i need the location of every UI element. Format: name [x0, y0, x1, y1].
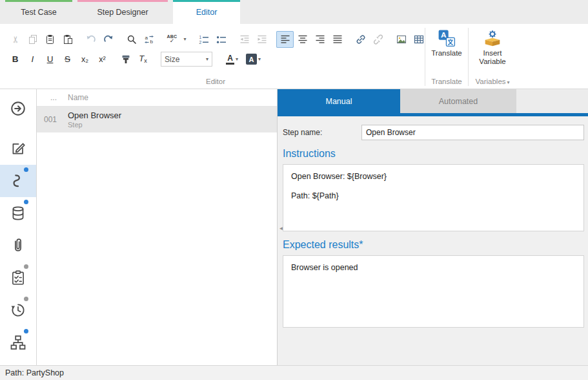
instructions-editor[interactable]: Open Browser: ${Browser} Path: ${Path}	[283, 164, 584, 231]
redo-icon	[103, 34, 114, 45]
bullet-list-button[interactable]	[212, 31, 230, 48]
chevron-down-icon: ▾	[236, 57, 238, 62]
collapse-panel-handle[interactable]: ◄	[278, 222, 285, 235]
tab-test-case[interactable]: Test Case	[5, 0, 72, 24]
search-button[interactable]	[123, 31, 140, 48]
sidebar-item-data[interactable]	[0, 197, 36, 229]
align-center-button[interactable]	[294, 31, 311, 48]
insert-variable-icon	[483, 29, 502, 47]
expected-results-line: Browser is opened	[291, 263, 576, 272]
history-icon	[10, 302, 26, 319]
bullet-list-icon	[216, 34, 227, 45]
sidebar-item-steps[interactable]	[0, 165, 36, 197]
sidebar-item-edit[interactable]	[0, 132, 36, 165]
increase-indent-icon	[257, 34, 267, 45]
spellcheck-icon: ABC ✓	[167, 34, 177, 44]
app-window: Test Case Step Designer Editor ✂	[0, 0, 588, 380]
status-path-text: Path: PartyShop	[5, 368, 64, 377]
expected-results-editor[interactable]: Browser is opened	[283, 255, 584, 328]
insert-variable-button[interactable]: Insert Variable	[479, 29, 505, 66]
highlight-color-button[interactable]: A ▾	[243, 51, 264, 68]
tab-editor-label: Editor	[196, 8, 218, 17]
tab-editor[interactable]: Editor	[173, 0, 240, 24]
strikethrough-button[interactable]: S	[59, 51, 76, 68]
svg-text:2: 2	[199, 39, 201, 44]
paperclip-icon	[10, 237, 26, 254]
ribbon-group-label-variables[interactable]: Variables▾	[475, 78, 509, 89]
paste-button[interactable]	[41, 31, 59, 48]
undo-button[interactable]	[82, 31, 99, 48]
spellcheck-dropdown[interactable]: ▾	[181, 31, 189, 48]
font-size-select[interactable]: Size ▾	[161, 52, 212, 67]
redo-button[interactable]	[99, 31, 117, 48]
step-detail-panel: Manual Automated Step name: Instructions…	[278, 89, 588, 365]
steps-list-header: ... Name	[37, 89, 277, 107]
justify-button[interactable]	[329, 31, 346, 48]
cut-button[interactable]: ✂	[6, 31, 24, 48]
clear-formatting-button[interactable]: Tx	[134, 51, 152, 68]
translate-button-label: Translate	[431, 49, 462, 58]
editor-ribbon: ✂	[0, 24, 588, 89]
align-left-icon	[280, 34, 290, 45]
svg-text:A: A	[441, 30, 447, 39]
italic-button[interactable]: I	[24, 51, 41, 68]
increase-indent-button[interactable]	[253, 31, 270, 48]
translate-button[interactable]: A Translate	[431, 29, 462, 58]
left-icon-sidebar	[0, 89, 37, 365]
sidebar-item-review[interactable]	[0, 262, 36, 294]
align-left-button[interactable]	[276, 31, 294, 48]
find-replace-button[interactable]: ab	[140, 31, 157, 48]
notification-dot	[24, 264, 28, 269]
bold-button[interactable]: B	[6, 51, 24, 68]
svg-text:b: b	[150, 38, 153, 44]
step-row[interactable]: 001 Open Browser Step	[37, 107, 277, 132]
numbered-list-button[interactable]: 12	[195, 31, 212, 48]
insert-image-button[interactable]	[392, 31, 410, 48]
instructions-line: Open Browser: ${Browser}	[291, 172, 576, 181]
step-name-label: Step name:	[283, 128, 361, 137]
status-bar: Path: PartyShop	[0, 365, 588, 380]
notification-dot	[24, 297, 28, 301]
instructions-heading: Instructions	[283, 148, 584, 160]
insert-variable-label-line2: Variable	[479, 58, 505, 66]
copy-icon	[28, 34, 38, 45]
step-name-input[interactable]	[361, 125, 584, 140]
format-painter-button[interactable]	[117, 51, 134, 68]
notification-dot	[24, 167, 28, 172]
clipboard-check-icon	[10, 269, 26, 286]
tab-automated[interactable]: Automated	[400, 89, 516, 113]
tab-accent-bar	[173, 0, 240, 2]
paste-special-button[interactable]	[59, 31, 76, 48]
sidebar-item-hierarchy[interactable]	[0, 326, 36, 359]
justify-icon	[332, 34, 343, 45]
ribbon-group-translate: A Translate Translate	[425, 24, 468, 89]
ribbon-group-editor: ✂	[6, 24, 425, 89]
expected-results-heading: Expected results*	[283, 239, 584, 251]
paste-special-icon	[63, 34, 73, 45]
find-replace-icon: ab	[144, 34, 154, 45]
tab-manual[interactable]: Manual	[278, 89, 400, 113]
edit-icon	[10, 140, 26, 157]
font-color-button[interactable]: A ▾	[221, 51, 243, 68]
subscript-button[interactable]: x₂	[76, 51, 94, 68]
column-header-name[interactable]: Name	[63, 93, 88, 102]
insert-link-button[interactable]	[352, 31, 369, 48]
tab-step-designer[interactable]: Step Designer	[77, 0, 168, 24]
sidebar-item-history[interactable]	[0, 294, 36, 326]
sidebar-item-navigate[interactable]	[0, 92, 36, 125]
detail-tab-bar: Manual Automated	[278, 89, 588, 113]
sidebar-item-attachments[interactable]	[0, 229, 36, 262]
superscript-button[interactable]: x²	[94, 51, 111, 68]
copy-button[interactable]	[24, 31, 41, 48]
decrease-indent-button[interactable]	[236, 31, 253, 48]
steps-list-panel: ... Name 001 Open Browser Step	[37, 89, 278, 365]
tab-step-designer-label: Step Designer	[97, 8, 148, 17]
svg-text:a: a	[145, 35, 148, 41]
align-right-icon	[315, 34, 325, 45]
remove-link-button[interactable]	[369, 31, 387, 48]
underline-button[interactable]: U	[41, 51, 59, 68]
ribbon-group-variables: Insert Variable Variables▾	[469, 24, 516, 89]
tab-accent-bar	[5, 0, 72, 2]
spellcheck-button[interactable]: ABC ✓	[163, 31, 181, 48]
align-right-button[interactable]	[311, 31, 329, 48]
